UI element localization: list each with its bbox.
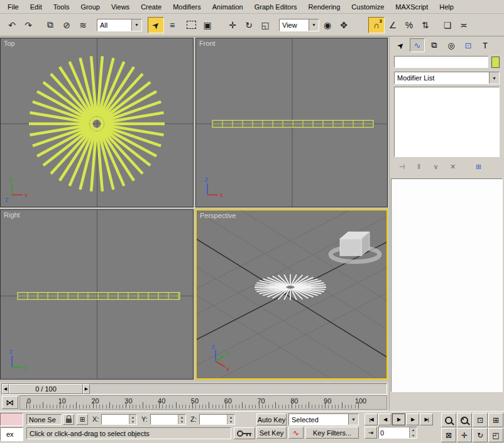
maximize-viewport-toggle-icon[interactable]: ◰ <box>488 428 503 442</box>
menu-animation[interactable]: Animation <box>207 1 249 13</box>
spinner-snap-icon[interactable]: ⇅ <box>417 17 434 33</box>
modifier-list-dropdown[interactable]: Modifier List ▼ <box>394 72 500 84</box>
remove-modifier-icon[interactable]: ✕ <box>445 160 461 173</box>
go-to-end-icon[interactable]: ▶| <box>420 413 433 425</box>
align-icon[interactable]: ≍ <box>456 17 472 33</box>
x-coordinate-field[interactable]: ▲▼ <box>101 414 137 425</box>
select-by-name-icon[interactable]: ≡ <box>164 17 180 33</box>
viewport-label[interactable]: Perspective <box>200 212 236 219</box>
menu-views[interactable]: Views <box>106 1 135 13</box>
menu-edit[interactable]: Edit <box>25 1 48 13</box>
reference-coordinate-system-dropdown[interactable]: View ▼ <box>279 19 319 31</box>
angle-snap-icon[interactable]: ∠ <box>385 17 401 33</box>
key-mode-dropdown[interactable]: Selected ▼ <box>288 413 359 425</box>
tab-create[interactable]: ➤ <box>393 38 408 52</box>
default-tangents-icon[interactable]: ∿ <box>288 427 304 439</box>
viewport-front[interactable]: z x Front <box>195 38 388 207</box>
tab-utilities[interactable]: T <box>478 38 493 52</box>
menu-group[interactable]: Group <box>75 1 106 13</box>
arc-rotate-icon[interactable]: ↻ <box>473 428 488 442</box>
chevron-down-icon[interactable]: ▼ <box>489 72 499 84</box>
zoom-region-icon[interactable]: ⊠ <box>441 428 456 442</box>
time-slider-track[interactable]: ◀ 0 / 100 ▶ <box>1 383 387 395</box>
window-crossing-icon[interactable]: ▣ <box>199 17 216 33</box>
menu-help[interactable]: Help <box>434 1 459 13</box>
select-and-move-icon[interactable]: ✛ <box>224 17 241 33</box>
macro-recorder-pane[interactable] <box>0 413 23 426</box>
chevron-down-icon[interactable]: ▼ <box>131 19 141 31</box>
maxscript-mini-listener[interactable]: ex <box>0 427 23 441</box>
tab-modify[interactable]: ∿ <box>410 38 425 52</box>
set-keys-key-icon[interactable] <box>234 427 255 439</box>
spinner-arrows-icon[interactable]: ▲▼ <box>129 415 136 424</box>
percent-snap-icon[interactable]: % <box>401 17 417 33</box>
make-unique-icon[interactable]: ∨ <box>428 160 444 173</box>
object-color-swatch[interactable] <box>491 57 500 68</box>
select-and-rotate-icon[interactable]: ↻ <box>241 17 257 33</box>
chevron-down-icon[interactable]: ▼ <box>309 19 319 31</box>
go-to-start-icon[interactable]: |◀ <box>364 413 378 425</box>
object-name-field[interactable] <box>394 56 488 68</box>
selection-filter-dropdown[interactable]: All ▼ <box>97 19 142 31</box>
menu-customize[interactable]: Customize <box>346 1 390 13</box>
menu-file[interactable]: File <box>2 1 25 13</box>
viewport-top[interactable]: y x z Top <box>0 38 194 207</box>
select-and-manipulate-icon[interactable]: ✥ <box>336 17 352 33</box>
pin-stack-icon[interactable]: ⊣ <box>394 160 410 173</box>
chevron-down-icon[interactable]: ▼ <box>348 414 358 425</box>
viewport-label[interactable]: Front <box>199 40 216 47</box>
snaps-toggle-icon[interactable]: ∩3 <box>368 17 385 33</box>
redo-icon[interactable]: ↷ <box>20 17 36 33</box>
zoom-extents-icon[interactable]: ⊡ <box>473 413 488 427</box>
modifier-stack-list[interactable] <box>394 87 500 157</box>
track-bar-ruler[interactable]: 0 10 20 30 40 50 60 70 80 90 100 <box>19 395 387 410</box>
selection-lock-icon[interactable] <box>63 414 74 425</box>
spinner-arrows-icon[interactable]: ▲▼ <box>227 415 234 424</box>
key-filters-button[interactable]: Key Filters... <box>305 427 359 439</box>
menu-rendering[interactable]: Rendering <box>303 1 346 13</box>
unlink-selection-icon[interactable]: ⊘ <box>58 17 75 33</box>
bind-to-spacewarp-icon[interactable]: ≋ <box>75 17 91 33</box>
auto-key-button[interactable]: Auto Key <box>256 413 287 425</box>
menu-maxscript[interactable]: MAXScript <box>390 1 434 13</box>
viewport-right[interactable]: z y Right <box>0 209 194 380</box>
open-mini-curve-editor-icon[interactable]: ⋈ <box>2 396 18 409</box>
tab-hierarchy[interactable]: ⧉ <box>427 38 442 52</box>
previous-frame-arrow-icon[interactable]: ◀ <box>2 384 9 394</box>
key-mode-toggle-icon[interactable]: ⇥ <box>364 427 377 439</box>
select-and-link-icon[interactable]: ⧉ <box>42 17 58 33</box>
menu-modifiers[interactable]: Modifiers <box>167 1 207 13</box>
viewport-perspective-active[interactable]: z x y Perspective <box>195 209 388 380</box>
pan-view-icon[interactable]: ✛ <box>457 428 472 442</box>
zoom-all-icon[interactable] <box>457 413 472 427</box>
menu-create[interactable]: Create <box>135 1 167 13</box>
menu-graph-editors[interactable]: Graph Editors <box>249 1 303 13</box>
y-coordinate-field[interactable]: ▲▼ <box>150 414 186 425</box>
spinner-arrows-icon[interactable]: ▲▼ <box>178 415 185 424</box>
time-slider-thumb[interactable]: 0 / 100 <box>9 384 83 394</box>
next-frame-icon[interactable]: ▶ <box>406 413 419 425</box>
rectangular-selection-region-icon[interactable] <box>183 17 199 33</box>
set-key-button[interactable]: Set Key <box>256 427 287 439</box>
spinner-arrows-icon[interactable]: ▲▼ <box>409 427 417 438</box>
absolute-mode-transform-icon[interactable]: ⊞ <box>77 414 88 425</box>
next-frame-arrow-icon[interactable]: ▶ <box>83 384 90 394</box>
tab-motion[interactable]: ◎ <box>444 38 459 52</box>
previous-frame-icon[interactable]: ◀ <box>378 413 392 425</box>
show-end-result-icon[interactable]: ‖ <box>411 160 427 173</box>
current-frame-field[interactable]: ▲▼ <box>378 427 417 439</box>
tab-display[interactable]: ⊡ <box>461 38 476 52</box>
menu-tools[interactable]: Tools <box>48 1 75 13</box>
viewport-label[interactable]: Right <box>4 211 20 219</box>
named-selection-sets-icon[interactable]: ❏ <box>439 17 456 33</box>
use-pivot-center-icon[interactable]: ◉ <box>319 17 336 33</box>
zoom-icon[interactable] <box>441 413 456 427</box>
zoom-extents-all-icon[interactable]: ⊞ <box>488 413 503 427</box>
play-animation-icon[interactable]: ▶ <box>392 413 405 425</box>
select-object-icon[interactable]: ➤ <box>148 17 164 33</box>
z-coordinate-field[interactable]: ▲▼ <box>199 414 235 425</box>
undo-icon[interactable]: ↶ <box>4 17 20 33</box>
select-and-scale-icon[interactable]: ◱ <box>257 17 273 33</box>
viewport-label[interactable]: Top <box>4 40 15 47</box>
configure-modifier-sets-icon[interactable]: ⊞ <box>471 160 486 173</box>
